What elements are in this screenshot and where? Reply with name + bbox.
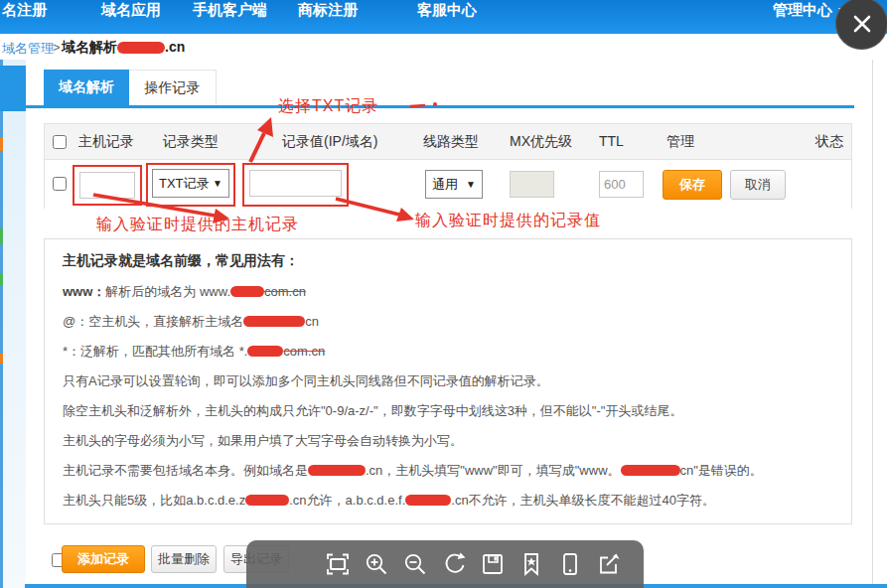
tab-operation-log[interactable]: 操作记录: [129, 70, 217, 105]
help-box: 主机记录就是域名前缀，常见用法有： www：解析后的域名为 www.com.cn…: [44, 238, 852, 524]
rail-orange-dash: [0, 137, 3, 151]
redacted-domain-scribble: [117, 42, 165, 54]
redacted-domain-scribble: [308, 465, 366, 476]
add-record-button[interactable]: 添加记录: [62, 545, 145, 573]
help-line-levels: 主机头只能5级，比如a.b.c.d.e.z.cn允许，a.b.c.d.e.f..…: [63, 492, 841, 509]
help-line-no-domain: 主机记录不需要包括域名本身。例如域名是.cn，主机头填写"www"即可，填写成"…: [63, 462, 841, 479]
line-type-value: 通用: [432, 176, 458, 194]
table-header-row: 主机记录 记录类型 记录值(IP/域名) 线路类型 MX优先级 TTL 管理 状…: [45, 124, 851, 160]
mx-priority-input: [510, 171, 554, 198]
annotation-host-hint: 输入验证时提供的主机记录: [96, 215, 299, 235]
page-right-border: [872, 60, 873, 588]
close-icon: [850, 12, 874, 36]
manage-center-label: 管理中心: [773, 1, 832, 18]
rail-green-dash: [0, 274, 3, 286]
col-manage: 管理: [666, 133, 694, 151]
dns-record-table: 主机记录 记录类型 记录值(IP/域名) 线路类型 MX优先级 TTL 管理 状…: [44, 123, 852, 209]
line-type-select[interactable]: 通用 ▼: [425, 170, 483, 199]
batch-delete-button[interactable]: 批量删除: [151, 545, 217, 573]
rotate-icon[interactable]: [441, 551, 467, 577]
value-input-highlight: [242, 163, 349, 207]
select-all-checkbox[interactable]: [53, 135, 67, 149]
redacted-domain-scribble: [245, 495, 289, 506]
redacted-domain-scribble: [247, 346, 283, 357]
col-line: 线路类型: [423, 133, 479, 151]
ttl-input[interactable]: [599, 171, 644, 198]
breadcrumb-domain-manage[interactable]: 域名管理: [2, 40, 54, 58]
fit-screen-icon[interactable]: [325, 551, 351, 577]
help-line-wildcard: *：泛解析，匹配其他所有域名 *.com.cn: [63, 343, 841, 360]
rail-green-dash: [0, 228, 3, 244]
col-mx: MX优先级: [510, 133, 572, 151]
help-line-charset: 除空主机头和泛解析外，主机头的构成只允许"0-9/a-z/-"，即数字字母中划线…: [63, 402, 841, 419]
col-ttl: TTL: [599, 133, 624, 149]
col-type: 记录类型: [163, 133, 219, 151]
nav-item-apps[interactable]: 域名应用: [101, 1, 161, 20]
close-button[interactable]: [835, 0, 887, 50]
breadcrumb-separator: >: [53, 40, 61, 55]
zoom-out-icon[interactable]: [402, 551, 428, 577]
save-button[interactable]: 保存: [663, 170, 722, 200]
nav-item-register[interactable]: 名注册: [2, 1, 47, 20]
new-record-row: TXT记录 ▼ 通用 ▼ 保存 取消: [45, 160, 851, 209]
viewer-toolbar: [246, 540, 644, 588]
help-line-lowercase: 主机头的字母必须为小写，如果用户填了大写字母会自动转换为小写。: [63, 432, 841, 449]
rail-active-block: [0, 66, 26, 111]
top-nav: 名注册 域名应用 手机客户端 商标注册 客服中心 管理中心: [0, 0, 887, 34]
select-caret-icon: ▼: [466, 179, 476, 190]
zoom-in-icon[interactable]: [364, 551, 389, 577]
row-checkbox[interactable]: [53, 177, 67, 191]
help-line-www: www：解析后的域名为 www.com.cn: [63, 283, 841, 300]
help-title: 主机记录就是域名前缀，常见用法有：: [63, 252, 841, 269]
col-host: 主机记录: [78, 133, 134, 151]
redacted-domain-scribble: [230, 286, 264, 297]
device-icon[interactable]: [557, 551, 583, 577]
annotation-value-hint: 输入验证时提供的记录值: [415, 211, 601, 231]
rail-orange-dash: [0, 354, 3, 364]
save-icon[interactable]: [480, 551, 506, 577]
nav-item-support[interactable]: 客服中心: [417, 1, 477, 20]
redacted-domain-scribble: [621, 465, 680, 476]
tab-underline: [25, 105, 854, 108]
domain-dns-page: 名注册 域名应用 手机客户端 商标注册 客服中心 管理中心 域名管理 > 域名解…: [0, 0, 887, 588]
breadcrumb-page-label: 域名解析: [62, 39, 117, 55]
tab-dns-resolve[interactable]: 域名解析: [44, 70, 129, 105]
host-input-highlight: [73, 165, 142, 206]
breadcrumb-domain-suffix: .cn: [165, 39, 185, 55]
annotation-choose-txt: 选择TXT记录: [278, 96, 378, 117]
breadcrumb: 域名管理 > 域名解析.cn: [0, 34, 887, 60]
share-icon[interactable]: [596, 551, 622, 577]
col-value: 记录值(IP/域名): [282, 133, 377, 151]
cancel-button[interactable]: 取消: [730, 170, 786, 200]
col-status: 状态: [815, 133, 843, 151]
redacted-domain-scribble: [243, 316, 305, 327]
breadcrumb-current-page: 域名解析.cn: [62, 39, 185, 57]
type-select-highlight: [146, 163, 235, 207]
left-rail: [0, 60, 26, 588]
nav-item-mobile[interactable]: 手机客户端: [193, 1, 267, 20]
help-line-at: @：空主机头，直接解析主域名cn: [63, 313, 841, 330]
redacted-domain-scribble: [405, 495, 451, 506]
bookmark-icon[interactable]: [518, 551, 544, 577]
nav-item-trademark[interactable]: 商标注册: [298, 1, 358, 20]
help-line-a-record: 只有A记录可以设置轮询，即可以添加多个同主机头同线路但不同记录值的解析记录。: [63, 372, 841, 389]
